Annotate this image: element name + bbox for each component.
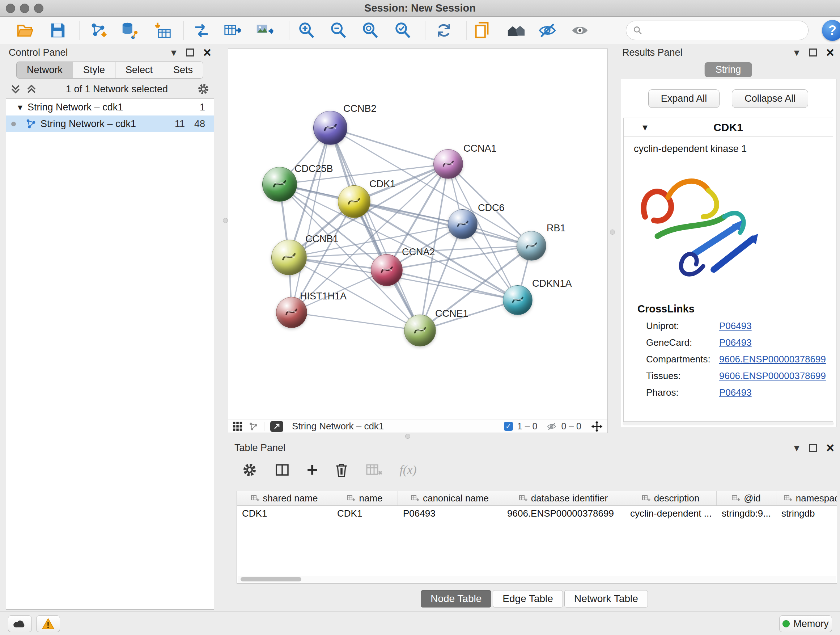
table-row[interactable]: CDK1CDK1P064939606.ENSP00000378699cyclin…	[237, 506, 837, 521]
crosslink-tissues[interactable]: 9606.ENSP00000378699	[719, 371, 826, 382]
column-header-description[interactable]: description	[625, 491, 717, 505]
zoom-in-button[interactable]	[295, 19, 317, 41]
panel-close-icon[interactable]: ×	[826, 46, 834, 59]
table-horizontal-scrollbar[interactable]	[238, 576, 836, 583]
zoom-selected-button[interactable]	[392, 19, 414, 41]
show-columns-icon[interactable]	[274, 462, 290, 478]
add-column-icon[interactable]: +	[307, 462, 317, 478]
tree-expanded-icon[interactable]: ▾	[18, 102, 22, 113]
splitter-handle[interactable]	[223, 218, 228, 223]
panel-menu-caret-icon[interactable]: ▾	[794, 442, 799, 453]
entry-expanded-icon[interactable]: ▾	[643, 121, 647, 133]
panel-float-icon[interactable]	[809, 49, 817, 57]
table-cell: stringdb:9...	[717, 506, 776, 521]
column-header-label: database identifier	[531, 493, 608, 504]
column-header-canonical-name[interactable]: canonical name	[398, 491, 502, 505]
splitter-handle[interactable]	[610, 230, 615, 234]
network-node-rb1[interactable]	[516, 231, 546, 261]
clone-network-button[interactable]	[472, 19, 494, 41]
network-node-ccnb2[interactable]	[313, 111, 347, 145]
network-node-cdk1[interactable]	[338, 185, 370, 218]
tab-style[interactable]: Style	[73, 62, 115, 79]
network-edge-ccnb2-ccna1[interactable]	[330, 128, 448, 164]
show-all-button[interactable]	[569, 19, 591, 41]
open-in-new-window-button[interactable]	[270, 421, 283, 432]
tab-string[interactable]: String	[705, 62, 752, 77]
export-image-button[interactable]	[253, 19, 276, 41]
table-cell: P06493	[398, 506, 502, 521]
share-network-icon[interactable]	[248, 422, 258, 431]
column-header-id[interactable]: @id	[717, 491, 776, 505]
pan-crosshair-icon[interactable]	[591, 420, 603, 432]
save-session-button[interactable]	[46, 19, 69, 41]
tab-select[interactable]: Select	[115, 62, 163, 79]
cloud-status-button[interactable]	[8, 616, 32, 632]
expand-all-button[interactable]: Expand All	[648, 89, 720, 108]
tab-edge-table[interactable]: Edge Table	[493, 590, 563, 608]
help-button[interactable]: ?	[822, 20, 840, 41]
network-node-ccne1[interactable]	[404, 315, 436, 347]
warnings-button[interactable]	[36, 616, 60, 632]
tab-node-table[interactable]: Node Table	[421, 590, 491, 608]
network-canvas[interactable]: CCNB2CCNA1CDC25BCDK1CDC6RB1CCNB1CCNA2CDK…	[228, 49, 607, 420]
network-node-ccnb1[interactable]	[271, 240, 307, 275]
apply-layout-button[interactable]	[433, 19, 455, 41]
tab-sets[interactable]: Sets	[163, 62, 203, 79]
tab-network-table[interactable]: Network Table	[564, 590, 648, 608]
network-node-cdkn1a[interactable]	[503, 285, 532, 315]
network-node-ccna1[interactable]	[433, 149, 463, 179]
delete-column-trash-icon[interactable]	[334, 462, 349, 478]
column-header-namespace[interactable]: namespace	[776, 491, 837, 505]
memory-button[interactable]: Memory	[779, 616, 832, 632]
network-edge-ccna2-cdkn1a[interactable]	[387, 270, 518, 300]
crosslink-uniprot[interactable]: P06493	[719, 320, 752, 332]
network-edge-count: 48	[185, 119, 205, 130]
search-input[interactable]	[646, 25, 802, 36]
hide-selection-button[interactable]	[536, 19, 559, 41]
protein-structure-thumbnail	[508, 290, 527, 310]
string-network-icon	[25, 119, 36, 129]
new-network-from-selection-button[interactable]	[190, 19, 213, 41]
splitter-handle[interactable]	[405, 434, 410, 439]
network-options-gear-icon[interactable]	[197, 82, 210, 96]
network-row[interactable]: String Network – cdk1 11 48	[6, 116, 214, 132]
network-node-cdc6[interactable]	[448, 209, 477, 239]
panel-menu-caret-icon[interactable]: ▾	[794, 47, 799, 58]
column-header-name[interactable]: name	[332, 491, 398, 505]
table-settings-gear-icon[interactable]	[242, 462, 257, 478]
network-node-cdc25b[interactable]	[262, 167, 297, 202]
network-collection-row[interactable]: ▾ String Network – cdk1 1	[6, 99, 214, 116]
export-table-button[interactable]	[221, 19, 244, 41]
collapse-all-button[interactable]: Collapse All	[732, 89, 808, 108]
home-button[interactable]	[505, 19, 527, 41]
expand-all-icon[interactable]	[26, 83, 37, 95]
scrollbar-thumb[interactable]	[240, 577, 302, 581]
import-network-file-button[interactable]	[87, 19, 109, 41]
zoom-out-button[interactable]	[327, 19, 349, 41]
panel-menu-caret-icon[interactable]: ▾	[171, 47, 177, 58]
zoom-fit-button[interactable]	[359, 19, 381, 41]
node-entry-header[interactable]: ▾ CDK1	[624, 118, 833, 137]
import-network-database-button[interactable]	[118, 19, 141, 41]
node-name: CDK1	[714, 121, 743, 134]
network-node-ccna2[interactable]	[371, 254, 403, 286]
crosslink-genecard[interactable]: P06493	[719, 337, 752, 348]
crosslink-pharos[interactable]: P06493	[719, 387, 752, 398]
birds-eye-view-icon[interactable]	[233, 421, 243, 432]
column-header-shared-name[interactable]: shared name	[237, 491, 332, 505]
panel-float-icon[interactable]	[186, 49, 194, 57]
column-header-database-identifier[interactable]: database identifier	[502, 491, 625, 505]
panel-close-icon[interactable]: ×	[203, 46, 211, 59]
collapse-all-icon[interactable]	[10, 83, 21, 95]
selected-checkbox-icon[interactable]: ✓	[504, 422, 513, 431]
results-scrollbar[interactable]	[622, 422, 834, 425]
network-edge-cdk1-rb1[interactable]	[354, 202, 531, 246]
import-table-file-button[interactable]	[152, 19, 174, 41]
table-cell: stringdb	[776, 506, 837, 521]
tab-network[interactable]: Network	[16, 62, 73, 79]
open-file-button[interactable]	[14, 19, 36, 41]
network-edge-hist1h1a-ccne1[interactable]	[292, 312, 420, 331]
crosslink-compartments[interactable]: 9606.ENSP00000378699	[719, 354, 826, 365]
panel-close-icon[interactable]: ×	[826, 441, 834, 455]
panel-float-icon[interactable]	[809, 444, 817, 452]
